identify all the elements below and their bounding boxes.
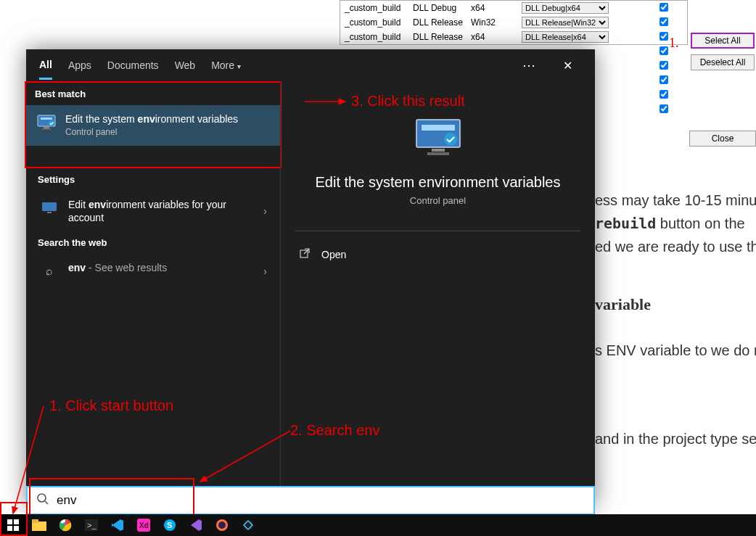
chevron-right-icon: › xyxy=(263,265,267,277)
svg-rect-15 xyxy=(7,519,12,524)
svg-rect-18 xyxy=(14,526,19,531)
proj-name: _custom_build xyxy=(340,3,413,13)
background-document-text: ess may take 10-15 minut rebuild button … xyxy=(595,189,756,450)
svg-rect-8 xyxy=(422,125,455,131)
bg-line: ed we are ready to use the xyxy=(595,235,756,258)
proj-sel[interactable]: DLL Release|x64 xyxy=(522,31,616,43)
svg-line-14 xyxy=(45,501,48,504)
config-select[interactable]: DLL Debug|x64 xyxy=(522,2,609,14)
search-icon: ⌕ xyxy=(39,261,59,281)
svg-point-13 xyxy=(38,494,46,502)
close-button[interactable]: Close xyxy=(689,131,756,147)
selection-buttons: 1. Select All Deselect All xyxy=(691,33,756,76)
svg-text:S: S xyxy=(167,521,172,529)
proj-sel[interactable]: DLL Release|Win32 xyxy=(522,17,616,28)
open-action[interactable]: Open xyxy=(295,242,580,267)
build-checkbox[interactable] xyxy=(660,3,668,12)
bg-line: and in the project type sel xyxy=(595,427,756,450)
taskbar-app[interactable] xyxy=(235,514,261,536)
preview-subtitle: Control panel xyxy=(410,195,466,206)
svg-rect-6 xyxy=(47,212,52,213)
bg-line: rebuild button on the xyxy=(595,212,756,235)
open-icon xyxy=(298,247,311,261)
bg-line: ess may take 10-15 minut xyxy=(595,189,756,212)
svg-rect-1 xyxy=(41,117,52,120)
dialog-close-wrap: Close xyxy=(689,131,756,147)
search-icon xyxy=(36,492,49,508)
config-select[interactable]: DLL Release|x64 xyxy=(522,31,609,43)
system-settings-icon-large xyxy=(413,116,464,160)
start-button[interactable] xyxy=(0,514,26,536)
taskbar-terminal[interactable]: >_ xyxy=(78,514,104,536)
taskbar-vscode[interactable] xyxy=(104,514,131,536)
more-options-button[interactable]: ⋯ xyxy=(522,57,537,73)
deselect-all-button[interactable]: Deselect All xyxy=(691,54,755,70)
proj-plat: Win32 xyxy=(471,17,522,28)
settings-icon xyxy=(39,198,59,218)
search-input-row[interactable] xyxy=(26,486,595,515)
tab-documents[interactable]: Documents xyxy=(107,52,159,78)
best-match-highlight-box: Best match Edit the system environment v… xyxy=(25,81,282,168)
preview-title: Edit the system environment variables xyxy=(316,174,561,191)
build-checkbox[interactable] xyxy=(660,17,668,26)
build-checkbox[interactable] xyxy=(660,61,668,70)
svg-rect-20 xyxy=(32,519,38,523)
build-checkbox[interactable] xyxy=(660,90,668,99)
proj-name: _custom_build xyxy=(340,17,413,28)
search-input[interactable] xyxy=(57,493,585,508)
proj-cfg: DLL Debug xyxy=(413,3,471,13)
taskbar: >_ Xd S xyxy=(0,514,756,536)
taskbar-skype[interactable]: S xyxy=(157,514,183,536)
proj-plat: x64 xyxy=(471,32,522,42)
proj-cfg: DLL Release xyxy=(413,32,471,42)
build-checkbox[interactable] xyxy=(660,75,668,84)
taskbar-file-explorer[interactable] xyxy=(26,514,52,536)
svg-rect-3 xyxy=(42,128,51,130)
proj-plat: x64 xyxy=(471,3,522,13)
tab-all[interactable]: All xyxy=(39,51,52,80)
chevron-right-icon: › xyxy=(263,205,267,217)
proj-name: _custom_build xyxy=(340,32,413,42)
system-settings-icon xyxy=(36,112,57,133)
result-text: env - See web results xyxy=(68,261,167,274)
proj-cfg: DLL Release xyxy=(413,17,471,28)
tab-web[interactable]: Web xyxy=(175,52,196,78)
search-results-column: Best match Edit the system environment v… xyxy=(26,81,280,506)
taskbar-xd[interactable]: Xd xyxy=(131,514,157,536)
table-row: _custom_build DLL Debug x64 DLL Debug|x6… xyxy=(340,1,687,15)
taskbar-chrome[interactable] xyxy=(52,514,78,536)
chevron-down-icon: ▾ xyxy=(237,62,241,70)
annotation-number: 1. xyxy=(669,36,679,51)
svg-rect-9 xyxy=(432,149,445,152)
section-settings: Settings xyxy=(29,168,277,191)
tab-more[interactable]: More▾ xyxy=(211,52,241,78)
config-select[interactable]: DLL Release|Win32 xyxy=(522,17,609,28)
build-checkbox[interactable] xyxy=(660,32,668,41)
build-checkbox[interactable] xyxy=(660,46,668,55)
svg-rect-17 xyxy=(7,526,12,531)
bg-line: s ENV variable to we do n xyxy=(595,339,756,362)
svg-point-4 xyxy=(49,120,54,126)
result-text: Edit the system environment variables Co… xyxy=(65,112,238,139)
tab-apps[interactable]: Apps xyxy=(68,52,91,78)
svg-rect-31 xyxy=(244,521,252,529)
result-edit-user-env-vars[interactable]: Edit environment variables for your acco… xyxy=(29,191,277,231)
result-preview-pane: Edit the system environment variables Co… xyxy=(280,81,595,506)
close-search-button[interactable]: ✕ xyxy=(553,59,582,73)
svg-rect-16 xyxy=(14,519,19,524)
section-search-web: Search the web xyxy=(29,231,277,254)
select-all-button[interactable]: Select All xyxy=(691,33,755,49)
svg-rect-2 xyxy=(44,127,49,128)
build-checkbox[interactable] xyxy=(660,104,668,113)
taskbar-visualstudio[interactable] xyxy=(183,514,209,536)
result-text: Edit environment variables for your acco… xyxy=(68,198,255,224)
svg-text:>_: >_ xyxy=(87,521,96,529)
result-web-search[interactable]: ⌕ env - See web results › xyxy=(29,254,277,289)
search-tabs: All Apps Documents Web More▾ ⋯ ✕ xyxy=(26,49,595,81)
build-checkbox-column xyxy=(642,0,686,116)
result-edit-system-env-vars[interactable]: Edit the system environment variables Co… xyxy=(26,105,280,146)
taskbar-firefox[interactable] xyxy=(209,514,235,536)
proj-sel[interactable]: DLL Debug|x64 xyxy=(522,2,616,14)
svg-rect-10 xyxy=(427,152,449,155)
open-label: Open xyxy=(321,249,346,260)
